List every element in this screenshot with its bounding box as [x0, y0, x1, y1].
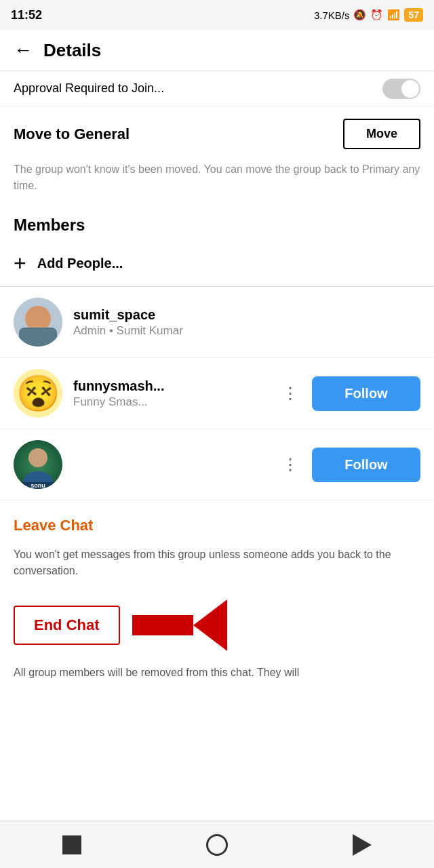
- more-options-icon[interactable]: ⋮: [277, 452, 304, 477]
- follow-button[interactable]: Follow: [312, 376, 420, 411]
- end-chat-button[interactable]: End Chat: [14, 606, 120, 645]
- nav-back-button[interactable]: [353, 834, 372, 856]
- square-icon: [62, 835, 81, 854]
- back-button[interactable]: ←: [14, 39, 33, 61]
- svg-point-1: [28, 448, 47, 467]
- leave-chat[interactable]: Leave Chat: [0, 500, 434, 540]
- nav-home-button[interactable]: [206, 834, 228, 856]
- triangle-icon: [353, 834, 372, 856]
- status-time: 11:52: [11, 8, 42, 22]
- follow-button[interactable]: Follow: [312, 448, 420, 482]
- member-actions: ⋮ Follow: [277, 448, 420, 482]
- move-button[interactable]: Move: [343, 119, 420, 149]
- arrow-indicator: [134, 599, 227, 651]
- mute-icon: 🔕: [353, 9, 366, 21]
- members-title: Members: [14, 216, 85, 234]
- add-people-row[interactable]: + Add People...: [0, 240, 434, 287]
- network-speed: 3.7KB/s: [314, 9, 350, 21]
- page-title: Details: [43, 40, 101, 61]
- approval-text: Approval Required to Join...: [14, 81, 164, 96]
- member-subtext: Admin • Sumit Kumar: [73, 324, 420, 338]
- arrow-head: [193, 599, 227, 651]
- end-chat-area: End Chat: [0, 593, 434, 662]
- approval-toggle[interactable]: [382, 79, 420, 99]
- signal-icon: 📶: [387, 9, 400, 21]
- leave-chat-label: Leave Chat: [14, 517, 93, 534]
- status-right: 3.7KB/s 🔕 ⏰ 📶 57: [314, 8, 423, 22]
- arrow-body: [132, 615, 193, 635]
- approval-row: Approval Required to Join...: [0, 71, 434, 106]
- member-row: sonu ⋮ Follow: [0, 429, 434, 500]
- battery-indicator: 57: [404, 8, 423, 22]
- member-username: sumit_space: [73, 307, 420, 323]
- move-description: The group won't know it's been moved. Yo…: [0, 161, 434, 206]
- svg-text:sonu: sonu: [31, 482, 45, 489]
- member-subtext: Funny Smas...: [73, 395, 277, 409]
- leave-description: You won't get messages from this group u…: [0, 540, 434, 593]
- move-to-general-label: Move to General: [14, 125, 130, 143]
- plus-icon: +: [14, 252, 26, 274]
- content: Approval Required to Join... Move to Gen…: [0, 71, 434, 749]
- members-section: Members: [0, 206, 434, 240]
- bottom-nav: [0, 821, 434, 868]
- more-options-icon[interactable]: ⋮: [277, 381, 304, 406]
- member-row: sumit_space Admin • Sumit Kumar: [0, 287, 434, 358]
- member-actions: ⋮ Follow: [277, 376, 420, 411]
- move-to-general-row: Move to General Move: [0, 106, 434, 161]
- end-chat-description: All group members will be removed from t…: [0, 662, 434, 694]
- alarm-icon: ⏰: [370, 9, 383, 21]
- avatar: [14, 298, 62, 347]
- nav-square-button[interactable]: [62, 835, 81, 854]
- avatar: 😵: [14, 369, 62, 418]
- member-row: 😵 funnysmash... Funny Smas... ⋮ Follow: [0, 358, 434, 429]
- header: ← Details: [0, 30, 434, 71]
- avatar: sonu: [14, 440, 62, 489]
- status-bar: 11:52 3.7KB/s 🔕 ⏰ 📶 57: [0, 0, 434, 30]
- add-people-label: Add People...: [37, 256, 123, 271]
- member-username: funnysmash...: [73, 378, 277, 394]
- circle-icon: [206, 834, 228, 856]
- member-info: funnysmash... Funny Smas...: [73, 378, 277, 409]
- member-info: sumit_space Admin • Sumit Kumar: [73, 307, 420, 338]
